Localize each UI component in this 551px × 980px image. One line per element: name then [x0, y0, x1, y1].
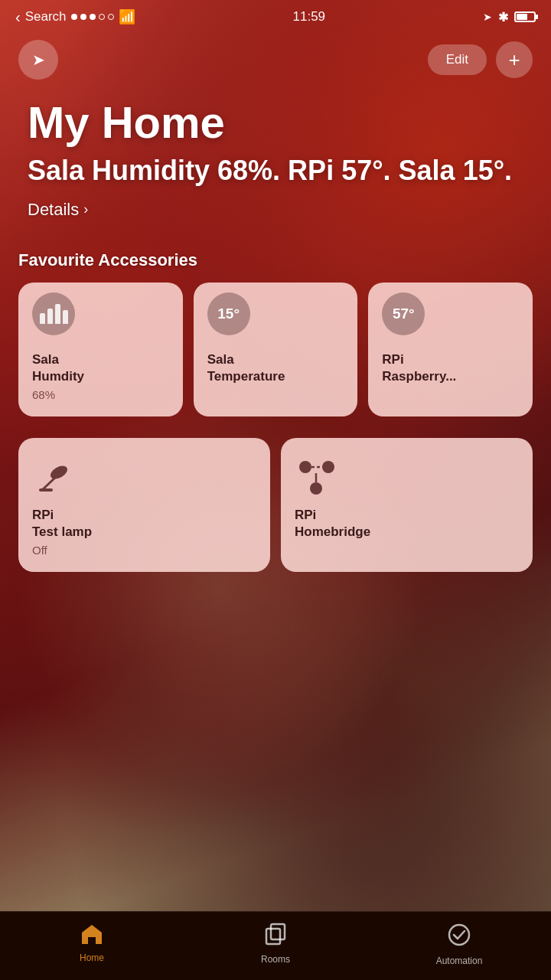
- tab-automation-label: Automation: [436, 956, 483, 966]
- svg-point-3: [299, 461, 311, 473]
- dot-1: [71, 14, 77, 20]
- edit-button[interactable]: Edit: [428, 44, 487, 75]
- svg-rect-8: [266, 929, 280, 944]
- svg-point-1: [48, 463, 70, 482]
- humidity-icon: [32, 298, 75, 341]
- rpi-temp-value: 57°: [393, 305, 415, 322]
- home-title: My Home: [28, 98, 523, 147]
- accessory-status: 68%: [32, 388, 169, 401]
- status-right: ➤ ✱: [483, 10, 536, 24]
- back-label[interactable]: Search: [25, 9, 67, 24]
- bar-chart-icon: [40, 304, 68, 324]
- tab-bar: Home Rooms Automation: [0, 911, 551, 980]
- svg-point-10: [449, 925, 469, 945]
- homebridge-icon: [295, 453, 337, 496]
- dot-2: [80, 14, 86, 20]
- svg-rect-2: [39, 488, 53, 492]
- tab-rooms[interactable]: Rooms: [184, 920, 367, 965]
- accessories-title: Favourite Accessories: [18, 250, 533, 270]
- svg-point-7: [310, 482, 322, 495]
- svg-line-0: [42, 477, 56, 490]
- accessory-sala-humidity[interactable]: SalaHumdity 68%: [18, 283, 183, 416]
- home-tab-icon: [80, 923, 103, 949]
- accessories-grid-row2: RPiTest lamp Off: [18, 438, 533, 572]
- rooms-tab-icon: [263, 923, 288, 951]
- accessory-name: RPiHomebridge: [295, 507, 519, 541]
- home-subtitle: Sala Humidity 68%. RPi 57°. Sala 15°.: [28, 153, 523, 188]
- location-button[interactable]: ➤: [18, 40, 58, 80]
- accessory-name: RPiRaspberry...: [382, 351, 519, 385]
- right-buttons: Edit +: [428, 41, 533, 78]
- accessories-section: Favourite Accessories SalaHumdity: [0, 220, 551, 581]
- accessory-name: SalaHumdity: [32, 351, 169, 385]
- lamp-icon: [32, 453, 75, 496]
- dot-5: [108, 14, 114, 20]
- rpi-icon: 57°: [382, 298, 425, 341]
- battery-indicator: [514, 11, 536, 22]
- accessory-rpi-lamp[interactable]: RPiTest lamp Off: [18, 438, 270, 572]
- top-buttons-row: ➤ Edit +: [0, 34, 551, 86]
- accessory-status: Off: [32, 544, 256, 557]
- status-time: 11:59: [293, 9, 326, 24]
- status-bar: ‹ Search 📶 11:59 ➤ ✱: [0, 0, 551, 34]
- signal-dots: [71, 14, 114, 20]
- home-section: My Home Sala Humidity 68%. RPi 57°. Sala…: [0, 86, 551, 220]
- arrow-icon: ➤: [32, 51, 45, 69]
- location-status-icon: ➤: [483, 11, 492, 23]
- back-arrow-icon: ‹: [15, 8, 21, 26]
- accessory-rpi-homebridge[interactable]: RPiHomebridge: [281, 438, 533, 572]
- tab-home-label: Home: [80, 952, 104, 963]
- details-label: Details: [28, 200, 79, 220]
- details-link[interactable]: Details ›: [28, 200, 88, 220]
- wifi-icon: 📶: [119, 8, 135, 25]
- accessory-rpi-raspberry[interactable]: 57° RPiRaspberry...: [368, 283, 533, 416]
- dot-4: [99, 14, 105, 20]
- tab-automation[interactable]: Automation: [367, 920, 551, 966]
- tab-home[interactable]: Home: [0, 920, 184, 963]
- chevron-icon: ›: [83, 201, 88, 217]
- add-button[interactable]: +: [496, 41, 533, 78]
- bluetooth-icon: ✱: [498, 10, 508, 24]
- automation-tab-icon: [447, 923, 471, 952]
- accessories-grid-row1: SalaHumdity 68% 15° SalaTemperature 57°: [18, 283, 533, 427]
- temp-value: 15°: [217, 305, 240, 322]
- svg-point-5: [322, 461, 334, 473]
- accessory-sala-temperature[interactable]: 15° SalaTemperature: [194, 283, 358, 416]
- accessory-name: RPiTest lamp: [32, 507, 256, 541]
- temp-icon: 15°: [207, 298, 250, 341]
- svg-rect-9: [271, 924, 285, 939]
- tab-rooms-label: Rooms: [261, 954, 290, 965]
- dot-3: [90, 14, 96, 20]
- status-left: ‹ Search 📶: [15, 8, 135, 26]
- accessory-name: SalaTemperature: [207, 351, 344, 385]
